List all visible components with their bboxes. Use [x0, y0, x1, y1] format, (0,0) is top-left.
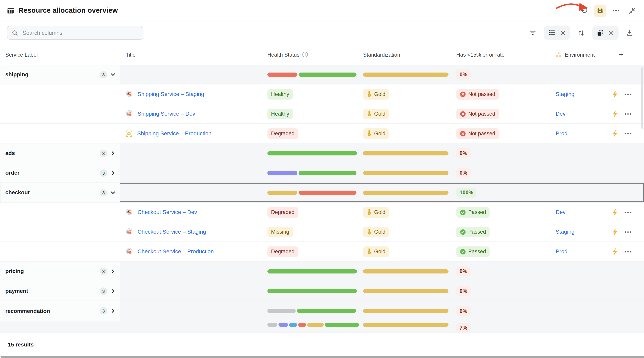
- bar-segment-gold: [363, 151, 448, 155]
- health-status-bar: [268, 171, 357, 175]
- list-view-button[interactable]: [548, 30, 555, 36]
- lightning-action-button[interactable]: [612, 91, 618, 98]
- service-title-link[interactable]: Checkout Service – Staging: [138, 229, 206, 235]
- group-row-payment[interactable]: payment 3 0%: [0, 281, 644, 301]
- x-circle-icon: [460, 91, 466, 97]
- group-label: checkout: [5, 189, 30, 195]
- row-menu-button[interactable]: [624, 113, 632, 115]
- environment-link[interactable]: Staging: [556, 91, 574, 97]
- health-status-bar: [268, 289, 357, 293]
- column-header-row: Service Label Title Health Status Standa…: [0, 44, 644, 65]
- medal-icon: [367, 209, 372, 215]
- service-row[interactable]: Checkout Service – Dev Degraded Gold Pas…: [0, 203, 644, 222]
- lightning-action-button[interactable]: [612, 209, 618, 215]
- service-row[interactable]: Checkout Service – Staging Missing Gold …: [0, 222, 644, 242]
- group-count-badge: 3: [100, 189, 107, 196]
- row-menu-button[interactable]: [624, 211, 632, 213]
- medal-icon: [367, 229, 372, 235]
- download-icon: [626, 30, 633, 36]
- collapse-button[interactable]: [626, 4, 638, 17]
- environment-link[interactable]: Prod: [556, 249, 568, 255]
- lightning-action-button[interactable]: [612, 248, 618, 255]
- error-rate-badge: 7%: [456, 323, 471, 333]
- clear-list-view-button[interactable]: [560, 30, 566, 35]
- health-status-badge: Healthy: [268, 89, 293, 100]
- error-rate-badge: 0%: [456, 306, 471, 316]
- lightning-action-button[interactable]: [612, 228, 618, 235]
- column-header-service-label[interactable]: Service Label: [0, 44, 120, 65]
- chevron-right-icon[interactable]: [109, 307, 117, 315]
- row-menu-button[interactable]: [624, 133, 632, 134]
- vertical-scrollbar[interactable]: [641, 67, 643, 129]
- check-circle-icon: [460, 209, 466, 215]
- standardization-total-bar: [363, 323, 448, 327]
- health-status-badge: Degraded: [268, 207, 298, 217]
- chevron-right-icon[interactable]: [109, 267, 117, 275]
- bar-segment-green: [268, 269, 357, 273]
- row-menu-button[interactable]: [624, 251, 632, 252]
- search-box[interactable]: [7, 26, 143, 40]
- filter-button[interactable]: [526, 27, 539, 39]
- octopus-icon: [126, 90, 133, 98]
- environment-link[interactable]: Staging: [556, 229, 574, 235]
- bar-segment-gray: [268, 309, 296, 313]
- service-title-link[interactable]: Shipping Service – Staging: [138, 91, 204, 97]
- bar-segment-green: [325, 323, 359, 327]
- group-copies-button[interactable]: [597, 29, 604, 36]
- bar-segment-green: [298, 72, 356, 76]
- chevron-right-icon[interactable]: [109, 287, 117, 295]
- info-icon[interactable]: [302, 52, 308, 57]
- group-row-shipping[interactable]: shipping 3 0%: [0, 65, 644, 84]
- x-circle-icon: [460, 131, 466, 136]
- environment-link[interactable]: Prod: [556, 130, 568, 137]
- check-circle-icon: [460, 249, 466, 254]
- service-row[interactable]: Shipping Service – Dev Healthy Gold Not …: [0, 104, 644, 124]
- column-header-error-rate[interactable]: Has <15% error rate: [450, 44, 551, 65]
- column-header-environment[interactable]: Environment: [551, 44, 604, 65]
- row-menu-button[interactable]: [624, 93, 632, 95]
- column-header-health-status[interactable]: Health Status: [258, 44, 360, 65]
- bar-segment-green: [298, 171, 356, 175]
- bar-segment-red: [298, 323, 306, 327]
- chevron-right-icon[interactable]: [109, 149, 117, 157]
- table-body: shipping 3 0% Shipping Service – Staging…: [0, 65, 644, 333]
- group-row-recommendation[interactable]: recommendation 3 0%: [0, 301, 644, 321]
- ellipsis-icon: [624, 93, 632, 95]
- download-button[interactable]: [624, 27, 636, 39]
- lightning-action-button[interactable]: [612, 110, 618, 117]
- chevron-right-icon[interactable]: [109, 169, 117, 177]
- service-title-link[interactable]: Checkout Service – Production: [138, 249, 214, 255]
- column-header-title[interactable]: Title: [120, 44, 258, 65]
- service-row[interactable]: Shipping Service – Staging Healthy Gold …: [0, 84, 644, 104]
- service-row[interactable]: Checkout Service – Production Degraded G…: [0, 242, 644, 262]
- standardization-badge: Gold: [363, 246, 389, 257]
- column-header-standardization[interactable]: Standardization: [360, 44, 450, 65]
- service-title-link[interactable]: Shipping Service – Dev: [138, 111, 195, 117]
- error-rate-badge: 0%: [456, 286, 471, 296]
- search-input[interactable]: [22, 29, 138, 36]
- group-row-ads[interactable]: ads 3 0%: [0, 144, 644, 163]
- list-icon: [548, 30, 555, 36]
- service-row[interactable]: Shipping Service – Production Degraded G…: [0, 124, 644, 144]
- sort-button[interactable]: [575, 27, 587, 39]
- lightning-icon: [612, 209, 618, 215]
- group-row-order[interactable]: order 3 0%: [0, 163, 644, 183]
- chevron-down-icon[interactable]: [109, 70, 117, 78]
- add-column-button[interactable]: +: [604, 44, 644, 65]
- row-menu-button[interactable]: [624, 231, 632, 233]
- standardization-bar: [363, 289, 448, 293]
- service-title-link[interactable]: Shipping Service – Production: [137, 130, 211, 137]
- service-title-link[interactable]: Checkout Service – Dev: [138, 209, 197, 215]
- clear-grouping-button[interactable]: [609, 30, 614, 35]
- lightning-icon: [612, 248, 618, 255]
- group-row-checkout[interactable]: checkout 3 100%: [0, 183, 644, 202]
- environment-link[interactable]: Dev: [556, 209, 566, 215]
- lightning-action-button[interactable]: [612, 130, 618, 137]
- more-options-button[interactable]: [610, 4, 622, 17]
- octopus-icon: [126, 208, 133, 216]
- group-row-pricing[interactable]: pricing 3 0%: [0, 262, 644, 281]
- environment-link[interactable]: Dev: [556, 111, 566, 117]
- save-button[interactable]: [594, 4, 606, 17]
- chevron-down-icon[interactable]: [109, 188, 117, 196]
- error-rate-result-badge: Passed: [456, 207, 490, 217]
